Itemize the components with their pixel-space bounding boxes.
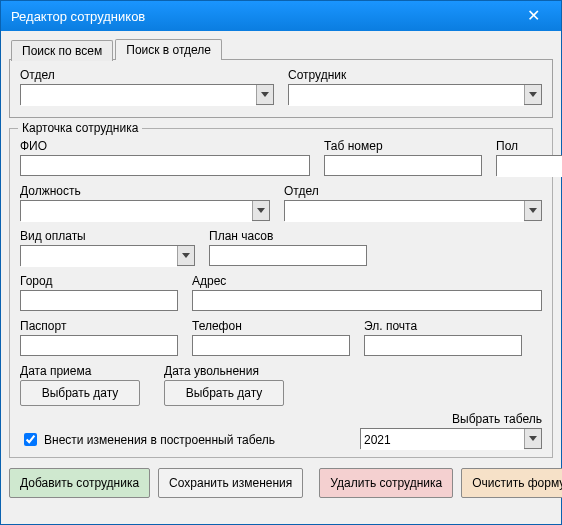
chevron-down-icon[interactable] [524,429,541,448]
passport-label: Паспорт [20,319,178,333]
tab-search-all[interactable]: Поиск по всем [11,40,113,61]
delete-employee-button[interactable]: Удалить сотрудника [319,468,453,498]
employee-combo[interactable] [288,84,542,105]
position-input[interactable] [21,201,252,222]
action-bar: Добавить сотрудника Сохранить изменения … [1,464,561,506]
fio-label: ФИО [20,139,310,153]
pick-hire-date-button[interactable]: Выбрать дату [20,380,140,406]
department-label: Отдел [20,68,274,82]
tab-number-label: Таб номер [324,139,482,153]
plan-hours-label: План часов [209,229,367,243]
group-legend: Карточка сотрудника [18,121,142,135]
pay-type-combo[interactable] [20,245,195,266]
apply-timesheet-checkbox[interactable] [24,433,37,446]
gender-input[interactable] [497,156,562,177]
employee-input[interactable] [289,85,524,106]
pay-type-input[interactable] [21,246,177,267]
department-input[interactable] [21,85,256,106]
pick-fire-date-button[interactable]: Выбрать дату [164,380,284,406]
email-label: Эл. почта [364,319,522,333]
tabs: Поиск по всем Поиск в отделе Отдел [9,39,553,118]
chevron-down-icon[interactable] [256,85,273,104]
plan-hours-input[interactable] [209,245,367,266]
fio-input[interactable] [20,155,310,176]
address-input[interactable] [192,290,542,311]
chevron-down-icon[interactable] [524,85,541,104]
clear-form-button[interactable]: Очистить форму [461,468,562,498]
city-input[interactable] [20,290,178,311]
gender-combo[interactable] [496,155,562,176]
hire-date-label: Дата приема [20,364,150,378]
department-combo[interactable] [20,84,274,105]
tab-number-input[interactable] [324,155,482,176]
passport-input[interactable] [20,335,178,356]
content-area: Поиск по всем Поиск в отделе Отдел [1,31,561,464]
timesheet-combo[interactable] [360,428,542,449]
employee-label: Сотрудник [288,68,542,82]
select-timesheet-label: Выбрать табель [360,412,542,426]
employee-card-group: Карточка сотрудника ФИО Таб номер Пол [9,128,553,458]
timesheet-input[interactable] [361,429,524,450]
card-department-label: Отдел [284,184,542,198]
add-employee-button[interactable]: Добавить сотрудника [9,468,150,498]
window-title: Редактор сотрудников [11,9,513,24]
position-label: Должность [20,184,270,198]
chevron-down-icon[interactable] [252,201,269,220]
position-combo[interactable] [20,200,270,221]
chevron-down-icon[interactable] [177,246,194,265]
app-window: Редактор сотрудников ✕ Поиск по всем Пои… [0,0,562,525]
chevron-down-icon[interactable] [524,201,541,220]
email-input[interactable] [364,335,522,356]
tab-search-dept[interactable]: Поиск в отделе [115,39,222,60]
phone-input[interactable] [192,335,350,356]
close-icon[interactable]: ✕ [513,1,553,31]
address-label: Адрес [192,274,542,288]
card-department-combo[interactable] [284,200,542,221]
gender-label: Пол [496,139,562,153]
fire-date-label: Дата увольнения [164,364,314,378]
tab-panel-search-dept: Отдел Сотрудник [9,59,553,118]
card-department-input[interactable] [285,201,524,222]
save-changes-button[interactable]: Сохранить изменения [158,468,303,498]
apply-timesheet-label: Внести изменения в построенный табель [44,433,275,447]
city-label: Город [20,274,178,288]
titlebar: Редактор сотрудников ✕ [1,1,561,31]
phone-label: Телефон [192,319,350,333]
pay-type-label: Вид оплаты [20,229,195,243]
